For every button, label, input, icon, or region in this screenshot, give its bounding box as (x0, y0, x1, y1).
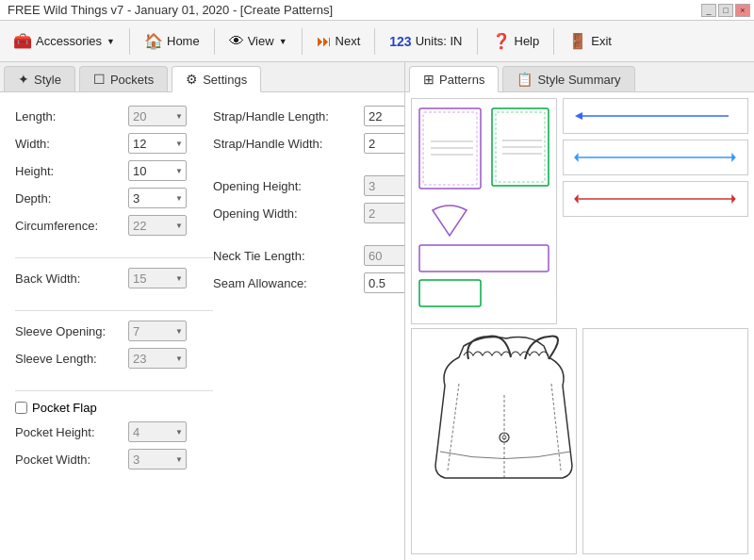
circumference-wrapper (128, 215, 187, 236)
svg-rect-10 (419, 245, 549, 272)
svg-rect-1 (423, 112, 477, 185)
pocket-flap-checkbox[interactable] (15, 402, 27, 414)
tab-style-label: Style (34, 73, 61, 87)
bag-canvas (411, 328, 577, 554)
view-button[interactable]: 👁 View ▼ (221, 29, 295, 54)
strap-width-input[interactable] (364, 133, 404, 154)
strip-svg1 (573, 107, 738, 125)
pattern-svg-left (412, 99, 557, 323)
minimize-btn[interactable]: _ (701, 4, 716, 17)
pocket-width-row: Pocket Width: (15, 449, 213, 469)
patterns-icon: ⊞ (423, 72, 434, 87)
strap-width-row: Strap/Handle Width: (213, 133, 404, 154)
opening-height-row: Opening Height: (213, 175, 404, 196)
pocket-height-wrapper (128, 421, 187, 442)
main-content: ✦ Style ☐ Pockets ⚙ Settings Length: (0, 62, 754, 560)
svg-marker-17 (731, 153, 736, 162)
home-button[interactable]: 🏠 Home (137, 28, 207, 54)
height-row: Height: (15, 160, 213, 181)
svg-marker-13 (575, 112, 582, 120)
circumference-input (128, 215, 187, 236)
style-icon: ✦ (18, 72, 29, 87)
tab-pockets-label: Pockets (110, 73, 154, 87)
opening-width-row: Opening Width: (213, 203, 404, 223)
seam-row: Seam Allowance: (213, 272, 404, 293)
sep4 (374, 28, 375, 55)
tab-patterns[interactable]: ⊞ Patterns (409, 66, 499, 92)
seam-label: Seam Allowance: (213, 276, 364, 290)
home-label: Home (167, 34, 200, 48)
sleeve-opening-row: Sleeve Opening: (15, 321, 213, 341)
circumference-row: Circumference: (15, 215, 213, 236)
hr2 (15, 310, 213, 311)
sleeve-length-label: Sleeve Length: (15, 352, 128, 366)
units-label: Units: IN (416, 34, 463, 48)
style-summary-icon: 📋 (516, 72, 533, 87)
sleeve-length-row: Sleeve Length: (15, 348, 213, 369)
sep6 (553, 28, 554, 55)
toolbar: 🧰 Accessories ▼ 🏠 Home 👁 View ▼ ⏭ Next 1… (0, 21, 754, 62)
maximize-btn[interactable]: □ (718, 4, 733, 17)
strap-length-input[interactable] (364, 106, 404, 126)
left-tab-bar: ✦ Style ☐ Pockets ⚙ Settings (0, 62, 404, 92)
pocket-flap-row: Pocket Flap (15, 401, 213, 415)
depth-row: Depth: (15, 188, 213, 208)
accessories-label: Accessories (36, 34, 102, 48)
back-width-row: Back Width: (15, 268, 213, 288)
height-wrapper (128, 160, 187, 181)
sep5 (477, 28, 478, 55)
depth-input[interactable] (128, 188, 187, 208)
strap-width-label: Strap/Handle Width: (213, 137, 364, 151)
tab-style-summary[interactable]: 📋 Style Summary (502, 66, 634, 91)
pattern-strips-area (563, 98, 748, 324)
title-text: FREE Wild Things v7 - January 01, 2020 -… (8, 3, 333, 17)
form-col-left: Length: Width: Height: (15, 106, 213, 476)
help-button[interactable]: ❓ Help (484, 28, 548, 54)
units-button[interactable]: 123 Units: IN (382, 30, 469, 53)
exit-button[interactable]: 🚪 Exit (561, 28, 619, 54)
strap-length-wrapper (364, 106, 404, 126)
next-button[interactable]: ⏭ Next (309, 29, 369, 54)
left-panel: ✦ Style ☐ Pockets ⚙ Settings Length: (0, 62, 405, 560)
divider4 (213, 160, 404, 175)
circumference-label: Circumference: (15, 219, 128, 233)
pocket-width-wrapper (128, 449, 187, 469)
pocket-width-input (128, 449, 187, 469)
tab-patterns-label: Patterns (439, 73, 484, 87)
tab-pockets[interactable]: ☐ Pockets (79, 66, 168, 91)
pattern-bottom-row (411, 328, 748, 554)
sep3 (302, 28, 303, 55)
height-input[interactable] (128, 160, 187, 181)
help-label: Help (515, 34, 540, 48)
strip-blue1 (563, 98, 748, 134)
strap-length-row: Strap/Handle Length: (213, 106, 404, 126)
length-row: Length: (15, 106, 213, 126)
accessories-arrow: ▼ (107, 37, 115, 46)
back-width-wrapper (128, 268, 187, 288)
divider3 (15, 375, 213, 385)
width-label: Width: (15, 137, 128, 151)
svg-marker-16 (574, 153, 579, 162)
neck-tie-input (364, 245, 404, 266)
width-input[interactable] (128, 133, 187, 154)
sleeve-length-input (128, 348, 187, 369)
seam-wrapper (364, 272, 404, 293)
strap-length-label: Strap/Handle Length: (213, 109, 364, 124)
divider5 (213, 230, 404, 245)
seam-input[interactable] (364, 272, 404, 293)
form-columns: Length: Width: Height: (15, 106, 389, 476)
accessories-button[interactable]: 🧰 Accessories ▼ (6, 28, 123, 54)
exit-label: Exit (591, 34, 612, 48)
pocket-flap-label: Pocket Flap (32, 401, 97, 415)
neck-tie-wrapper (364, 245, 404, 266)
svg-rect-0 (419, 108, 481, 189)
back-width-input (128, 268, 187, 288)
tab-style[interactable]: ✦ Style (4, 66, 75, 91)
hr3 (15, 390, 213, 391)
close-btn[interactable]: × (735, 4, 750, 17)
tab-settings[interactable]: ⚙ Settings (172, 66, 261, 92)
back-width-label: Back Width: (15, 272, 128, 286)
svg-marker-20 (731, 194, 736, 204)
neck-tie-label: Neck Tie Length: (213, 249, 364, 263)
hr1 (15, 257, 213, 258)
